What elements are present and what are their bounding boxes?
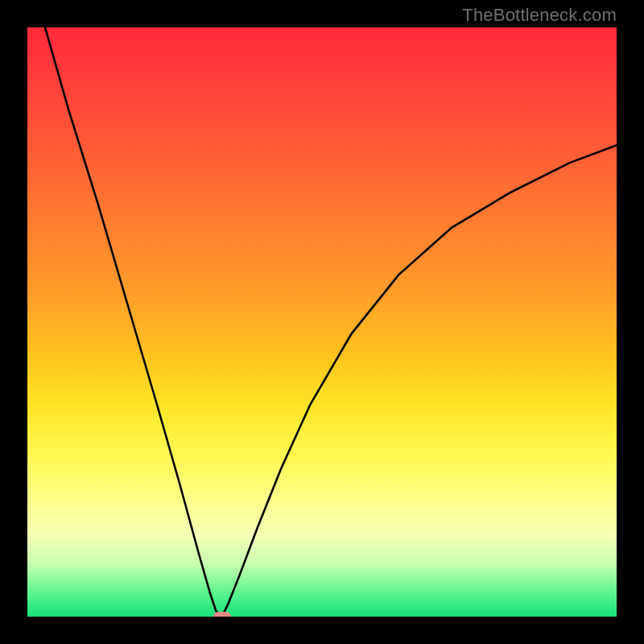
curve-left-branch (45, 27, 222, 617)
plot-area (27, 27, 617, 617)
apex-marker (213, 612, 231, 617)
curve-layer (27, 27, 617, 617)
watermark-text: TheBottleneck.com (462, 5, 617, 26)
curve-right-branch (222, 145, 617, 617)
chart-frame: TheBottleneck.com (0, 0, 644, 644)
